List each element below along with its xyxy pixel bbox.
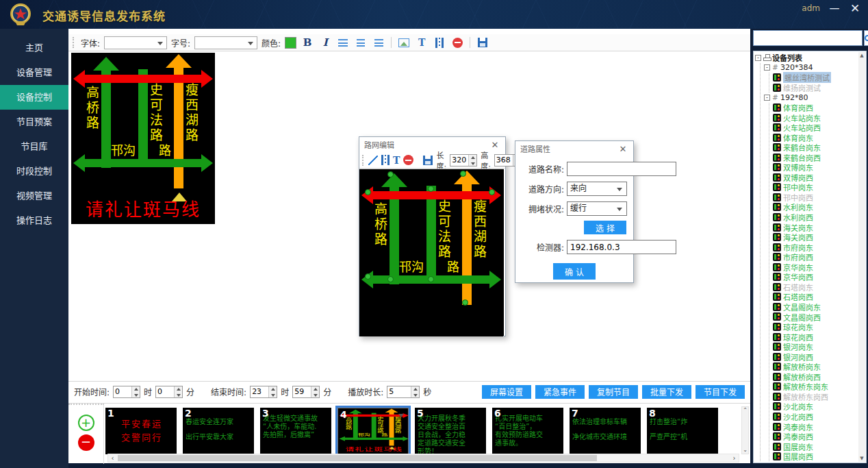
program-thumbnail-6[interactable]: 6扎实开展电动车“百日整治”，有效预防道路交通事故。 bbox=[492, 408, 563, 454]
sidebar-item-home[interactable]: 主页 bbox=[0, 36, 68, 60]
control-point[interactable] bbox=[462, 299, 468, 306]
insert-text-button[interactable]: T bbox=[415, 36, 429, 49]
tree-device-item[interactable]: 解放桥岗西 bbox=[773, 372, 858, 382]
tree-root-device-list[interactable]: -设备列表 bbox=[755, 53, 858, 63]
detector-input[interactable] bbox=[567, 240, 676, 254]
tree-device-item[interactable]: 邗中岗西 bbox=[773, 193, 858, 203]
end-hour-spinner[interactable] bbox=[250, 386, 277, 398]
road-direction-select[interactable]: 来向 bbox=[567, 182, 627, 196]
add-program-button[interactable]: + bbox=[78, 415, 94, 431]
program-thumbnail-4[interactable]: 4 高桥路 史可法路 瘦西湖路 邗沟 路 请礼让斑马线 bbox=[337, 408, 409, 454]
tree-device-item[interactable]: 解放桥岗东 bbox=[773, 362, 858, 372]
tree-device-item[interactable]: 海关岗东 bbox=[773, 222, 858, 232]
duration-input[interactable] bbox=[387, 386, 411, 397]
program-send-button[interactable]: 节目下发 bbox=[695, 385, 745, 399]
copy-program-button[interactable]: 复制节目 bbox=[589, 385, 638, 399]
tree-device-item[interactable]: 邗中岗东 bbox=[773, 182, 858, 193]
tree-device-item[interactable]: 市府岗东 bbox=[773, 242, 858, 252]
batch-send-button[interactable]: 批量下发 bbox=[642, 385, 691, 399]
height-input[interactable] bbox=[495, 155, 513, 166]
align-center-button[interactable] bbox=[354, 36, 368, 49]
select-detector-button[interactable]: 选 择 bbox=[584, 221, 626, 234]
program-thumbnail-2[interactable]: 2春运安全连万家出行平安靠大家 bbox=[183, 408, 254, 454]
tree-device-item[interactable]: 解放桥东岗东 bbox=[773, 382, 858, 392]
insert-text-button[interactable]: T bbox=[393, 153, 400, 167]
start-minute-spinner[interactable] bbox=[155, 386, 183, 398]
delete-item-button[interactable] bbox=[450, 36, 464, 49]
tree-device-item[interactable]: 琼花岗东 bbox=[773, 322, 858, 332]
thumbnail-horizontal-scrollbar[interactable]: ‹ › bbox=[107, 454, 739, 463]
tree-device-item[interactable]: 水利岗东 bbox=[773, 202, 858, 212]
remove-program-button[interactable]: − bbox=[78, 434, 94, 451]
program-thumbnail-3[interactable]: 3发生轻微交通事故“人未伤，车能动.先拍照，后撤离” bbox=[260, 408, 331, 454]
tree-vertical-scrollbar[interactable]: ▲ ▼ bbox=[858, 52, 865, 462]
tree-device-item[interactable]: 市府岗西 bbox=[773, 252, 858, 262]
tree-device-item[interactable]: 琼花岗西 bbox=[773, 332, 858, 342]
close-button[interactable]: ✕ bbox=[847, 1, 863, 15]
tree-device-item[interactable]: 来鹤台岗西 bbox=[773, 152, 858, 162]
draw-line-button[interactable] bbox=[368, 153, 378, 167]
scroll-down-arrow[interactable]: ⌄ bbox=[742, 447, 748, 454]
end-minute-input[interactable] bbox=[293, 386, 311, 397]
bold-button[interactable]: B bbox=[301, 36, 314, 49]
start-hour-input[interactable] bbox=[114, 386, 131, 397]
tree-expander-icon[interactable]: - bbox=[764, 95, 770, 101]
scroll-up-arrow[interactable]: ▲ bbox=[858, 52, 865, 59]
scroll-left-arrow[interactable]: ‹ bbox=[108, 454, 117, 462]
control-point[interactable] bbox=[460, 171, 466, 177]
tree-device-item[interactable]: 文昌阁岗西 bbox=[773, 312, 858, 322]
tree-group-320x384[interactable]: -#320*384 bbox=[764, 63, 858, 73]
tree-device-item[interactable]: 沙北岗西 bbox=[773, 412, 858, 422]
tree-device-item[interactable]: 体育岗东 bbox=[773, 132, 858, 143]
thumbnail-vertical-scrollbar[interactable]: ⌃ ⌄ bbox=[741, 406, 749, 454]
tree-device-item[interactable]: 体育岗西 bbox=[773, 103, 858, 113]
tree-device-item[interactable]: 银河岗东 bbox=[773, 342, 858, 352]
control-point[interactable] bbox=[428, 186, 434, 192]
sidebar-item-program-library[interactable]: 节目库 bbox=[0, 134, 68, 159]
tree-device-item[interactable]: 银河岗西 bbox=[773, 352, 858, 362]
control-point[interactable] bbox=[365, 273, 371, 280]
insert-image-button[interactable] bbox=[397, 36, 411, 49]
tree-device-item[interactable]: 水利岗西 bbox=[773, 212, 858, 223]
tree-device-item[interactable]: 文昌阁岗东 bbox=[773, 302, 858, 312]
program-thumbnail-8[interactable]: 8打击整治“炸严查严控“机 bbox=[647, 408, 718, 454]
font-select[interactable] bbox=[104, 36, 167, 49]
screen-settings-button[interactable]: 屏幕设置 bbox=[482, 385, 531, 399]
sidebar-item-operation-log[interactable]: 操作日志 bbox=[0, 208, 68, 233]
tree-device-item[interactable]: 鸿泰岗东 bbox=[773, 421, 858, 432]
road-name-input[interactable] bbox=[567, 162, 676, 176]
spinner-arrows[interactable] bbox=[268, 386, 277, 397]
tree-device-item[interactable]: 解放桥东岗西 bbox=[773, 392, 858, 402]
color-swatch[interactable] bbox=[285, 37, 296, 49]
align-left-button[interactable] bbox=[336, 36, 350, 49]
control-point[interactable] bbox=[387, 276, 394, 282]
end-hour-input[interactable] bbox=[251, 386, 268, 397]
tree-expander-icon[interactable]: - bbox=[764, 64, 770, 71]
spinner-arrows[interactable] bbox=[174, 386, 182, 397]
tree-device-item[interactable]: 京华岗西 bbox=[773, 272, 858, 282]
tree-device-item[interactable]: 国展岗东 bbox=[773, 441, 858, 452]
control-point[interactable] bbox=[365, 189, 371, 195]
sidebar-item-device-management[interactable]: 设备管理 bbox=[0, 60, 68, 85]
tree-device-item[interactable]: 国展岗西 bbox=[773, 452, 858, 461]
control-point[interactable] bbox=[428, 276, 434, 282]
program-thumbnail-7[interactable]: 7依法治理非标车辆净化城市交通环境 bbox=[570, 408, 641, 454]
tree-group-192x80[interactable]: -#192*80 bbox=[764, 93, 858, 103]
tree-device-item[interactable]: 双博岗西 bbox=[773, 173, 858, 183]
tree-device-item[interactable]: 来鹤台岗东 bbox=[773, 143, 858, 153]
insert-road-button[interactable] bbox=[433, 36, 446, 49]
road-network-canvas[interactable]: 高桥路 史可法路 瘦西湖路 邗沟 路 请礼让斑马线 bbox=[359, 169, 504, 336]
confirm-button[interactable]: 确 认 bbox=[553, 263, 596, 280]
scrollbar-thumb[interactable] bbox=[118, 455, 597, 461]
tree-device-item[interactable]: 双博岗东 bbox=[773, 162, 858, 173]
start-hour-spinner[interactable] bbox=[113, 386, 140, 398]
length-input[interactable] bbox=[450, 155, 468, 166]
spinner-arrows[interactable] bbox=[311, 386, 319, 397]
scroll-down-arrow[interactable]: ▼ bbox=[858, 455, 865, 462]
spinner-arrows[interactable] bbox=[468, 155, 476, 166]
save-button[interactable] bbox=[423, 153, 433, 167]
device-search-input[interactable] bbox=[753, 30, 863, 46]
end-minute-spinner[interactable] bbox=[292, 386, 320, 398]
tree-device-item[interactable]: 石塔岗西 bbox=[773, 292, 858, 302]
control-point[interactable] bbox=[387, 171, 394, 177]
